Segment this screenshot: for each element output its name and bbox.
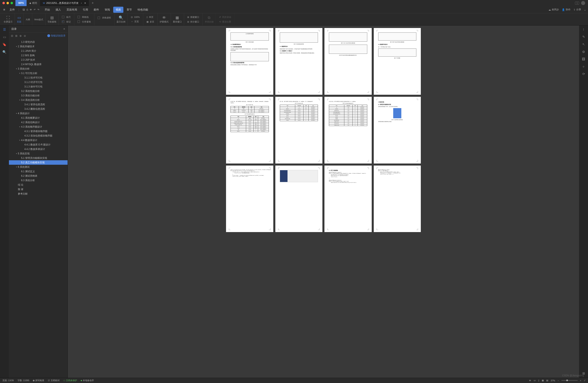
user-avatar[interactable] <box>581 1 585 5</box>
outline-item[interactable]: 6.1 测试定义 <box>9 169 67 174</box>
outline-item[interactable]: 4.3.1 登录模块顺序图 <box>9 129 67 134</box>
outline-view-icon[interactable]: ▤ <box>546 379 548 382</box>
outline-item[interactable]: 2.2 B/S 架构 <box>9 53 67 58</box>
print-preview-icon[interactable]: 👁 <box>30 8 32 11</box>
pen-rail-icon[interactable]: ✎ <box>582 35 585 39</box>
page-thumbnail[interactable]: 图 4.5 员工信息管理实体属性图 (2) 部门信息管理实体属性图如图4.6所示 <box>324 28 372 95</box>
search-rail-icon[interactable]: 🔍 <box>2 50 6 54</box>
ruler-checkbox[interactable]: 标尺 <box>60 15 72 20</box>
document-area[interactable]: 人力资源管理系统 图 4.2 系统结构图 4.3 系统顺序图设计 4.3.1 登… <box>68 26 579 378</box>
menu-references[interactable]: 引用 <box>80 7 90 13</box>
image-rail-icon[interactable]: 🖼 <box>582 57 585 61</box>
sidebyside-button[interactable]: ⧉并排比较 <box>203 13 216 25</box>
web-view-icon[interactable]: ▦ <box>542 379 544 382</box>
word-count[interactable]: 字数: 11095 <box>18 379 29 382</box>
undo-icon[interactable]: ↶ <box>34 8 36 11</box>
spellcheck-toggle[interactable]: 拼写检查 <box>33 379 44 382</box>
window-count-badge[interactable]: 1 <box>575 2 579 5</box>
rearrange-button[interactable]: ▦重排窗口 <box>171 13 184 25</box>
hamburger-icon[interactable]: ≡ <box>2 8 6 12</box>
outline-item[interactable]: 3.1.3 操作可行性 <box>9 84 67 89</box>
backup-status[interactable]: 本地备份开 <box>81 379 94 382</box>
newwindow-button[interactable]: ⊞新建窗口 <box>186 15 201 20</box>
close-sidebar-icon[interactable]: × <box>63 27 65 31</box>
maximize-window-icon[interactable] <box>11 2 13 4</box>
web-view-button[interactable]: Web版式 <box>32 13 45 25</box>
page-thumbnail[interactable]: (4) 员工表，用于保存员工的信息主要内容包括：id、addtime... 表4… <box>324 97 372 163</box>
proofread-button[interactable]: ☑文档校对 <box>48 379 60 382</box>
menu-special[interactable]: 特色功能 <box>135 7 150 13</box>
collapse-icon[interactable]: ⊟ <box>11 34 13 37</box>
multipage-button[interactable]: ▦多页 <box>145 20 156 24</box>
outline-item[interactable]: 3.2 系统性能分析 <box>9 89 67 93</box>
outline-item[interactable]: 5.1 管理员功能模块实现 <box>9 156 67 160</box>
convert-rail-icon[interactable]: ⟐ <box>583 65 585 68</box>
history-rail-icon[interactable]: ⟳ <box>582 72 585 76</box>
tools-rail-icon[interactable]: ⫶ <box>583 28 584 31</box>
outline-item[interactable]: 3.3 系统功能分析 <box>9 93 67 98</box>
outline-item[interactable]: ▾3 系统分析 <box>9 66 67 71</box>
page-thumbnail[interactable]: 5.2 员工功能模块 @RequestMapping("/update") pu… <box>324 165 372 232</box>
page-view-button[interactable]: ▭页面 <box>15 13 23 25</box>
fit-icon[interactable]: ⤢ <box>584 379 586 382</box>
page-thumbnail[interactable]: public R login(String username, String p… <box>226 165 273 232</box>
outline-item[interactable]: 4.3.2 添加信息模块顺序图 <box>9 134 67 138</box>
outline-item[interactable]: 4.2 系统结构设计 <box>9 120 67 124</box>
outline-item[interactable]: 结 论 <box>9 182 67 187</box>
zoom-percent[interactable]: 37% <box>551 379 555 382</box>
close-window-icon[interactable] <box>2 2 5 4</box>
outline-item[interactable]: ▾4.3 系统顺序图设计 <box>9 124 67 129</box>
outline-item[interactable]: ▾3.1 可行性分析 <box>9 71 67 76</box>
outline-item[interactable]: 4.1 系统概要设计 <box>9 116 67 120</box>
new-tab-button[interactable]: + <box>89 0 97 6</box>
minimize-window-icon[interactable] <box>6 2 9 4</box>
wps-home-tab[interactable]: WPS <box>15 0 27 6</box>
page-status[interactable]: 页面: 13/39 <box>2 379 14 382</box>
page-thumbnail[interactable]: 人力资源管理系统 图 4.2 系统结构图 4.3 系统顺序图设计 4.3.1 登… <box>226 28 273 95</box>
outline-item[interactable]: ▾5 系统实现 <box>9 151 67 156</box>
expand-icon[interactable]: ⊞ <box>15 34 18 37</box>
menu-chapter[interactable]: 章节 <box>124 7 134 13</box>
save-icon[interactable]: 🖫 <box>22 8 25 11</box>
zoom-slider[interactable] <box>561 380 578 381</box>
onepage-button[interactable]: ▯单页 <box>145 15 156 20</box>
outline-item[interactable]: 4.4.1 数据库 E-R 图设计 <box>9 142 67 147</box>
page-view-icon[interactable]: ▯ <box>538 379 539 382</box>
page-thumbnail[interactable] <box>275 165 323 232</box>
outline-view-button[interactable]: 大纲 <box>23 13 32 25</box>
page-thumbnail[interactable]: @RequestMapping("/page") public R page(@… <box>374 165 421 232</box>
menu-review[interactable]: 审阅 <box>102 7 112 13</box>
markup-checkbox[interactable]: 标记 <box>60 20 72 24</box>
share-button[interactable]: ⇪分享 <box>573 8 581 11</box>
taskpane-checkbox[interactable]: 任务窗格 <box>76 20 92 24</box>
outline-item[interactable]: 6.3 系统分析 <box>9 178 67 182</box>
menu-pagelayout[interactable]: 页面布局 <box>64 7 80 13</box>
menu-view[interactable]: 视图 <box>113 7 123 13</box>
cursor-rail-icon[interactable]: ↖ <box>582 42 585 46</box>
outline-item[interactable]: 4.4.2 数据库表设计 <box>9 147 67 151</box>
zoom-out-icon[interactable]: − <box>558 379 559 382</box>
outline-item[interactable]: 3.4.2 删除信息流程 <box>9 107 67 111</box>
redo-icon[interactable]: ↷ <box>37 8 39 11</box>
page-thumbnail[interactable]: 图 4.6 部门信息管理实体属性图 4.5 数据库 表设计 每一个用户都分为多个… <box>374 28 421 95</box>
page-thumbnail[interactable]: (1) 职工表，用于保存职工相关信息，详细内容如：id、addtime、bian… <box>226 97 273 163</box>
outline-rail-icon[interactable]: ☰ <box>3 28 6 31</box>
eye-status-icon[interactable]: 👁 <box>529 379 531 382</box>
print-icon[interactable]: ⎙ <box>27 8 28 11</box>
eyecare-button[interactable]: 👁护眼模式 <box>158 13 171 25</box>
collab-button[interactable]: 👤协作 <box>562 8 570 11</box>
outline-item[interactable]: ▾4 系统设计 <box>9 111 67 116</box>
outline-item[interactable]: 6.2 测试用例表 <box>9 174 67 178</box>
page-thumbnail[interactable]: (3) 工资，用于保存工资信息主要内容包括：id、addtime、等，具体如表4… <box>275 97 323 163</box>
outline-item[interactable]: 1.3 研究内容 <box>9 40 67 44</box>
outline-item[interactable]: 3.4.1 登录信息流程 <box>9 102 67 107</box>
settings-rail-icon[interactable]: ⚙ <box>582 50 585 54</box>
outline-item[interactable]: 2.4 MYSQL 数据库 <box>9 62 67 66</box>
virtualframe-checkbox[interactable]: 表格虚框 <box>96 15 113 20</box>
splitwindow-button[interactable]: ⊟拆分窗口 <box>186 20 201 24</box>
menu-file[interactable]: 文件 <box>7 7 17 13</box>
outline-item[interactable]: 2.1 JAVA 简介 <box>9 49 67 53</box>
tab-document[interactable]: W20213251...息系统设计与开发▫× <box>40 0 89 6</box>
outline-item[interactable]: 5.2 员工功能模块实现 <box>9 160 67 165</box>
chevron-down-icon[interactable]: ⌄ <box>584 8 586 11</box>
